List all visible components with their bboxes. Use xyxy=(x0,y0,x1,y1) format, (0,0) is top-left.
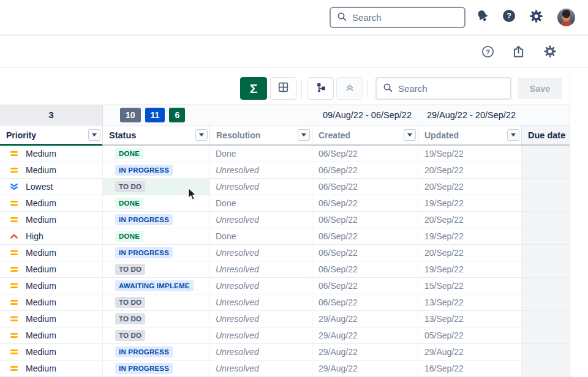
due-date-cell[interactable] xyxy=(522,179,570,195)
resolution-cell[interactable]: Unresolved xyxy=(210,327,312,343)
due-date-cell[interactable] xyxy=(522,278,570,294)
priority-cell[interactable]: Medium xyxy=(0,311,103,327)
priority-cell[interactable]: Medium xyxy=(0,212,103,228)
export-button[interactable] xyxy=(510,44,527,61)
table-row[interactable]: MediumIN PROGRESSUnresolved29/Aug/2216/S… xyxy=(0,360,570,377)
priority-cell[interactable]: Medium xyxy=(0,294,103,310)
resolution-cell[interactable]: Unresolved xyxy=(210,245,312,261)
collapse-all-button[interactable] xyxy=(336,77,363,100)
table-row[interactable]: MediumTO DOUnresolved06/Sep/2219/Sep/22 xyxy=(0,261,570,278)
status-cell[interactable]: IN PROGRESS xyxy=(103,245,210,261)
page-settings-button[interactable] xyxy=(541,44,559,61)
settings-button[interactable] xyxy=(527,9,545,26)
priority-cell[interactable]: Lowest xyxy=(0,179,103,195)
column-header-resolution[interactable]: Resolution xyxy=(210,125,312,144)
priority-cell[interactable]: Medium xyxy=(0,278,103,294)
created-cell[interactable]: 06/Sep/22 xyxy=(312,245,418,261)
sum-toggle-button[interactable]: Σ xyxy=(240,77,267,100)
updated-cell[interactable]: 19/Sep/22 xyxy=(418,195,522,211)
updated-cell[interactable]: 19/Sep/22 xyxy=(418,228,522,244)
updated-cell[interactable]: 20/Sep/22 xyxy=(418,162,522,178)
table-row[interactable]: MediumAWAITING IMPLEMEUnresolved06/Sep/2… xyxy=(0,278,570,294)
due-date-cell[interactable] xyxy=(522,294,570,310)
updated-cell[interactable]: 13/Sep/22 xyxy=(418,311,522,327)
updated-cell[interactable]: 29/Aug/22 xyxy=(418,344,522,360)
status-cell[interactable]: TO DO xyxy=(103,327,210,343)
priority-cell[interactable]: Medium xyxy=(0,195,103,211)
updated-cell[interactable]: 16/Sep/22 xyxy=(418,360,522,376)
resolution-cell[interactable]: Unresolved xyxy=(210,294,312,310)
updated-date-range[interactable]: 29/Aug/22 - 20/Sep/22 xyxy=(417,105,516,125)
notifications-button[interactable] xyxy=(474,9,491,26)
global-search-input[interactable]: Search xyxy=(330,7,466,28)
due-date-cell[interactable] xyxy=(522,228,570,244)
status-cell[interactable]: IN PROGRESS xyxy=(103,344,210,360)
updated-cell[interactable]: 20/Sep/22 xyxy=(418,179,522,195)
created-cell[interactable]: 06/Sep/22 xyxy=(312,294,418,310)
count-badge[interactable]: 10 xyxy=(120,108,141,122)
status-cell[interactable]: TO DO xyxy=(103,294,210,310)
column-header-priority[interactable]: Priority xyxy=(0,125,103,144)
status-cell[interactable]: TO DO xyxy=(103,179,210,195)
status-cell[interactable]: IN PROGRESS xyxy=(103,212,210,228)
priority-cell[interactable]: High xyxy=(0,228,103,244)
created-cell[interactable]: 06/Sep/22 xyxy=(312,195,418,211)
page-help-button[interactable]: ? xyxy=(479,44,496,61)
resolution-cell[interactable]: Unresolved xyxy=(210,261,312,277)
column-header-created[interactable]: Created xyxy=(312,125,418,144)
due-date-cell[interactable] xyxy=(522,245,570,261)
hierarchy-view-button[interactable] xyxy=(307,77,334,100)
created-cell[interactable]: 06/Sep/22 xyxy=(312,278,418,294)
status-cell[interactable]: TO DO xyxy=(103,261,210,277)
table-row[interactable]: MediumDONEDone06/Sep/2219/Sep/22 xyxy=(0,195,570,212)
due-date-cell[interactable] xyxy=(522,146,570,162)
updated-cell[interactable]: 19/Sep/22 xyxy=(418,261,522,277)
created-cell[interactable]: 06/Sep/22 xyxy=(312,146,418,162)
status-cell[interactable]: IN PROGRESS xyxy=(103,162,210,178)
priority-cell[interactable]: Medium xyxy=(0,261,103,277)
status-cell[interactable]: DONE xyxy=(103,195,210,211)
status-cell[interactable]: DONE xyxy=(103,228,210,244)
updated-cell[interactable]: 13/Sep/22 xyxy=(418,294,522,310)
column-header-due-date[interactable]: Due date xyxy=(522,125,570,144)
priority-cell[interactable]: Medium xyxy=(0,360,103,376)
due-date-cell[interactable] xyxy=(522,195,570,211)
resolution-cell[interactable]: Unresolved xyxy=(210,162,312,178)
resolution-cell[interactable]: Unresolved xyxy=(210,179,312,195)
resolution-cell[interactable]: Done xyxy=(210,195,312,211)
save-button[interactable]: Save xyxy=(518,78,562,99)
priority-cell[interactable]: Medium xyxy=(0,162,103,178)
help-button[interactable]: ? xyxy=(500,9,518,26)
grid-view-button[interactable] xyxy=(270,77,296,100)
resolution-cell[interactable]: Unresolved xyxy=(210,278,312,294)
table-row[interactable]: MediumIN PROGRESSUnresolved06/Sep/2220/S… xyxy=(0,245,570,261)
created-date-range[interactable]: 09/Aug/22 - 06/Sep/22 xyxy=(306,105,412,125)
column-filter-dropdown[interactable] xyxy=(88,129,100,141)
table-row[interactable]: MediumTO DOUnresolved29/Aug/2213/Sep/22 xyxy=(0,311,570,327)
resolution-cell[interactable]: Done xyxy=(210,146,312,162)
table-row[interactable]: HighDONEDone06/Sep/2219/Sep/22 xyxy=(0,228,570,245)
priority-group-count[interactable]: 3 xyxy=(0,105,103,125)
column-filter-dropdown[interactable] xyxy=(195,129,208,141)
table-search-input[interactable]: Search xyxy=(375,77,511,100)
updated-cell[interactable]: 05/Sep/22 xyxy=(418,327,522,343)
table-row[interactable]: MediumIN PROGRESSUnresolved29/Aug/2229/A… xyxy=(0,344,570,360)
status-cell[interactable]: AWAITING IMPLEME xyxy=(103,278,210,294)
due-date-cell[interactable] xyxy=(522,327,570,343)
count-badge[interactable]: 11 xyxy=(145,108,165,122)
table-row[interactable]: MediumTO DOUnresolved06/Sep/2213/Sep/22 xyxy=(0,294,570,311)
status-cell[interactable]: IN PROGRESS xyxy=(103,360,210,376)
updated-cell[interactable]: 19/Sep/22 xyxy=(418,146,522,162)
resolution-cell[interactable]: Unresolved xyxy=(210,360,312,376)
created-cell[interactable]: 06/Sep/22 xyxy=(312,228,418,244)
table-row[interactable]: LowestTO DOUnresolved06/Sep/2220/Sep/22 xyxy=(0,179,570,195)
due-date-cell[interactable] xyxy=(522,261,570,277)
due-date-cell[interactable] xyxy=(522,344,570,360)
table-row[interactable]: MediumDONEDone06/Sep/2219/Sep/22 xyxy=(0,146,570,162)
created-cell[interactable]: 06/Sep/22 xyxy=(312,179,418,195)
created-cell[interactable]: 06/Sep/22 xyxy=(312,212,418,228)
column-filter-dropdown[interactable] xyxy=(404,129,416,141)
due-date-cell[interactable] xyxy=(522,212,570,228)
resolution-cell[interactable]: Unresolved xyxy=(210,311,312,327)
column-header-updated[interactable]: Updated xyxy=(418,125,522,144)
